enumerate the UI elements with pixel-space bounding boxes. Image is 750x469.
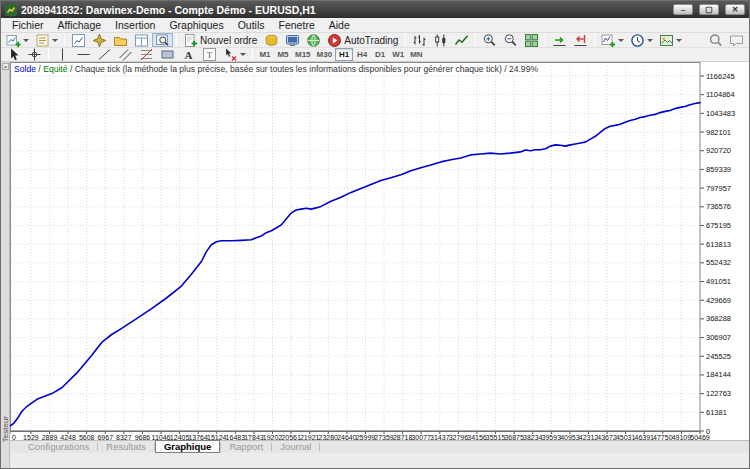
x-axis-label: 30077 bbox=[411, 434, 431, 440]
zoom-out-button[interactable] bbox=[500, 33, 521, 47]
search-button[interactable] bbox=[705, 33, 726, 47]
menu-outils[interactable]: Outils bbox=[231, 19, 272, 31]
community-icon bbox=[306, 33, 321, 48]
dropdown-arrow-icon[interactable] bbox=[240, 53, 246, 56]
graph-legend: Solde / Equité / Chaque tick (la méthode… bbox=[14, 64, 538, 74]
periods-button[interactable] bbox=[627, 33, 656, 47]
auto-scroll-button[interactable] bbox=[549, 33, 570, 47]
period-d1-button[interactable]: D1 bbox=[371, 48, 389, 61]
market-watch-button[interactable] bbox=[68, 33, 89, 47]
terminal-icon bbox=[285, 33, 300, 48]
line-chart-button[interactable] bbox=[451, 33, 472, 47]
new-order-button[interactable]: Nouvel ordre bbox=[180, 33, 261, 47]
dropdown-arrow-icon[interactable] bbox=[52, 39, 58, 42]
menu-graphiques[interactable]: Graphiques bbox=[162, 19, 230, 31]
channel-button[interactable] bbox=[115, 48, 136, 62]
y-axis-label: 1043483 bbox=[706, 109, 735, 118]
period-h4-button[interactable]: H4 bbox=[353, 48, 371, 61]
bar-chart-icon bbox=[412, 33, 427, 48]
dropdown-arrow-icon[interactable] bbox=[23, 39, 29, 42]
templates-button[interactable] bbox=[656, 33, 685, 47]
zoom-in-button[interactable] bbox=[479, 33, 500, 47]
legend-description: / Chaque tick (la méthode la plus précis… bbox=[68, 64, 539, 74]
terminal-button[interactable] bbox=[282, 33, 303, 47]
vertical-line-icon bbox=[55, 47, 70, 62]
menu-aide[interactable]: Aide bbox=[322, 19, 357, 31]
balance-curve-chart: 0152928894248560869678327968611046124051… bbox=[10, 62, 749, 444]
cursor-button[interactable] bbox=[3, 48, 24, 62]
trendline-button[interactable] bbox=[94, 48, 115, 62]
chart-shift-button[interactable] bbox=[570, 33, 591, 47]
dropdown-arrow-icon[interactable] bbox=[618, 39, 624, 42]
fibonacci-button[interactable] bbox=[136, 48, 157, 62]
menu-insertion[interactable]: Insertion bbox=[108, 19, 162, 31]
x-axis-label: 21921 bbox=[300, 434, 320, 440]
main-area: × Testeur Solde / Equité / Chaque tick (… bbox=[1, 62, 749, 468]
tester-graph[interactable]: Solde / Equité / Chaque tick (la méthode… bbox=[10, 62, 749, 440]
tester-close-icon[interactable]: × bbox=[2, 63, 9, 70]
legend-balance-label: Solde bbox=[14, 64, 36, 74]
dropdown-arrow-icon[interactable] bbox=[647, 39, 653, 42]
period-m5-button[interactable]: M5 bbox=[274, 48, 292, 61]
arrows-button[interactable] bbox=[220, 48, 249, 62]
tile-windows-button[interactable] bbox=[521, 33, 542, 47]
legend-equity-label: Equité bbox=[43, 64, 67, 74]
new-chart-button[interactable] bbox=[3, 33, 32, 47]
metaeditor-button[interactable] bbox=[261, 33, 282, 47]
text-button[interactable]: A bbox=[178, 48, 199, 62]
autotrading-button[interactable]: AutoTrading bbox=[324, 33, 402, 47]
period-m15-button[interactable]: M15 bbox=[292, 48, 314, 61]
dropdown-arrow-icon[interactable] bbox=[676, 39, 682, 42]
vertical-line-button[interactable] bbox=[52, 48, 73, 62]
navigator-icon bbox=[92, 33, 107, 48]
maximize-button[interactable]: ▢ bbox=[699, 4, 719, 15]
application-window: 2088941832: Darwinex-Demo - Compte Démo … bbox=[0, 0, 750, 469]
label-button[interactable]: T bbox=[199, 48, 220, 62]
y-axis-label: 368288 bbox=[706, 314, 731, 323]
y-axis-label: 920720 bbox=[706, 146, 731, 155]
period-h1-button[interactable]: H1 bbox=[335, 48, 353, 61]
period-m1-button[interactable]: M1 bbox=[256, 48, 274, 61]
minimize-button[interactable]: – bbox=[673, 4, 693, 15]
x-axis-label: 43672 bbox=[597, 434, 617, 440]
period-w1-button[interactable]: W1 bbox=[389, 48, 407, 61]
period-m30-button[interactable]: M30 bbox=[314, 48, 336, 61]
menu-fichier[interactable]: Fichier bbox=[5, 19, 51, 31]
navigator-button[interactable] bbox=[89, 33, 110, 47]
arrows-icon bbox=[223, 47, 238, 62]
tester-panel-grip[interactable]: × Testeur bbox=[1, 62, 10, 468]
bar-chart-button[interactable] bbox=[409, 33, 430, 47]
favorites-button[interactable] bbox=[110, 33, 131, 47]
candlestick-chart-button[interactable] bbox=[430, 33, 451, 47]
autotrading-icon bbox=[327, 33, 342, 48]
strategy-tester-button[interactable] bbox=[152, 33, 173, 47]
x-axis-label: 45031 bbox=[616, 434, 636, 440]
profiles-button[interactable] bbox=[32, 33, 61, 47]
shapes-button[interactable] bbox=[157, 48, 178, 62]
toolbar-separator bbox=[252, 49, 253, 61]
community-button[interactable] bbox=[303, 33, 324, 47]
x-axis-label: 42312 bbox=[579, 434, 599, 440]
menu-affichage[interactable]: Affichage bbox=[51, 19, 109, 31]
periods-group: M1M5M15M30H1H4D1W1MN bbox=[256, 48, 426, 61]
period-mn-button[interactable]: MN bbox=[407, 48, 425, 61]
y-axis-label: 675195 bbox=[706, 221, 731, 230]
x-axis-label: 8327 bbox=[116, 434, 132, 440]
data-window-button[interactable] bbox=[131, 33, 152, 47]
favorites-icon bbox=[113, 33, 128, 48]
menu-fenetre[interactable]: Fenetre bbox=[272, 19, 322, 31]
close-button[interactable]: ✕ bbox=[725, 4, 745, 15]
y-axis-label: 859339 bbox=[706, 165, 731, 174]
title-bar[interactable]: 2088941832: Darwinex-Demo - Compte Démo … bbox=[1, 1, 749, 18]
indicators-button[interactable] bbox=[598, 33, 627, 47]
horizontal-line-button[interactable] bbox=[73, 48, 94, 62]
y-axis-label: 736576 bbox=[706, 202, 731, 211]
x-axis-label: 27359 bbox=[374, 434, 394, 440]
tools-toolbar: AT M1M5M15M30H1H4D1W1MN bbox=[1, 48, 749, 62]
channel-icon bbox=[118, 47, 133, 62]
market-watch-icon bbox=[71, 33, 86, 48]
crosshair-button[interactable] bbox=[24, 48, 45, 62]
x-axis-label: 35515 bbox=[486, 434, 506, 440]
metaeditor-icon bbox=[264, 33, 279, 48]
chat-button[interactable] bbox=[726, 33, 747, 47]
